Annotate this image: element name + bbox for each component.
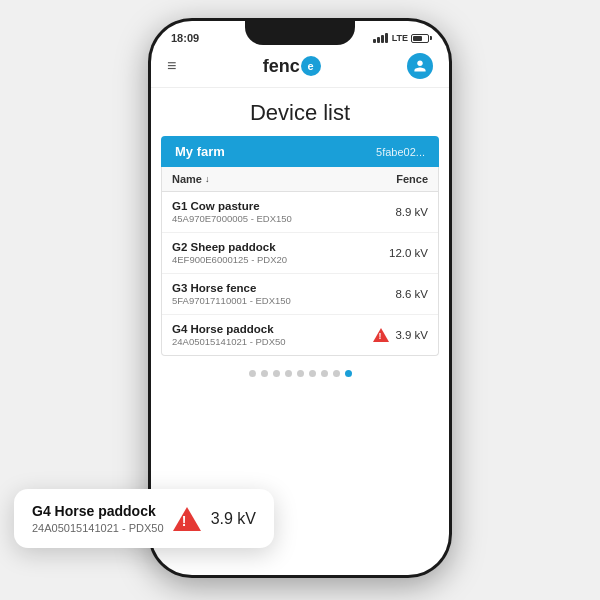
farm-name: My farm: [175, 144, 225, 159]
logo-text: fenc: [263, 56, 300, 77]
device-info: G1 Cow pasture45A970E7000005 - EDX150: [172, 200, 292, 224]
app-header: ≡ fenc: [151, 49, 449, 88]
table-row[interactable]: G3 Horse fence5FA97017110001 - EDX1508.6…: [162, 274, 438, 315]
status-time: 18:09: [171, 32, 199, 44]
card-device-sub: 24A05015141021 - PDX50: [32, 522, 164, 534]
device-right: 3.9 kV: [373, 328, 428, 342]
farm-id: 5fabe02...: [376, 146, 425, 158]
device-sub: 45A970E7000005 - EDX150: [172, 213, 292, 224]
device-sub: 24A05015141021 - PDX50: [172, 336, 286, 347]
status-icons: LTE: [373, 33, 429, 43]
page-title: Device list: [151, 88, 449, 136]
pagination-dot[interactable]: [261, 370, 268, 377]
table-row[interactable]: G4 Horse paddock24A05015141021 - PDX503.…: [162, 315, 438, 355]
table-header: Name ↓ Fence: [162, 167, 438, 192]
notch: [245, 21, 355, 45]
device-name: G3 Horse fence: [172, 282, 291, 294]
farm-header: My farm 5fabe02...: [161, 136, 439, 167]
col-name-header: Name ↓: [172, 173, 209, 185]
device-info: G4 Horse paddock24A05015141021 - PDX50: [172, 323, 286, 347]
card-right: 3.9 kV: [173, 507, 256, 531]
pagination-dot[interactable]: [345, 370, 352, 377]
battery-icon: [411, 34, 429, 43]
pagination-dot[interactable]: [285, 370, 292, 377]
device-right: 12.0 kV: [389, 247, 428, 259]
device-right: 8.6 kV: [395, 288, 428, 300]
device-name: G4 Horse paddock: [172, 323, 286, 335]
pagination-dot[interactable]: [273, 370, 280, 377]
card-device-name: G4 Horse paddock: [32, 503, 164, 519]
battery-fill: [413, 36, 422, 41]
device-sub: 5FA97017110001 - EDX150: [172, 295, 291, 306]
device-right: 8.9 kV: [395, 206, 428, 218]
col-fence-header: Fence: [396, 173, 428, 185]
device-info: G2 Sheep paddock4EF900E6000125 - PDX20: [172, 241, 287, 265]
warning-triangle-large-icon: [173, 507, 201, 531]
avatar-icon[interactable]: [407, 53, 433, 79]
pagination-dots: [151, 356, 449, 387]
fence-value: 8.6 kV: [395, 288, 428, 300]
card-fence-value: 3.9 kV: [211, 510, 256, 528]
device-rows: G1 Cow pasture45A970E7000005 - EDX1508.9…: [162, 192, 438, 355]
device-name: G2 Sheep paddock: [172, 241, 287, 253]
pagination-dot[interactable]: [333, 370, 340, 377]
sort-arrow-icon[interactable]: ↓: [205, 174, 210, 184]
pagination-dot[interactable]: [321, 370, 328, 377]
app-logo: fenc: [263, 56, 321, 77]
fence-value: 12.0 kV: [389, 247, 428, 259]
floating-card[interactable]: G4 Horse paddock 24A05015141021 - PDX50 …: [14, 489, 274, 548]
hamburger-icon[interactable]: ≡: [167, 57, 176, 75]
fence-value: 3.9 kV: [395, 329, 428, 341]
table-row[interactable]: G2 Sheep paddock4EF900E6000125 - PDX2012…: [162, 233, 438, 274]
pagination-dot[interactable]: [297, 370, 304, 377]
scene: 18:09 LTE ≡ fe: [0, 0, 600, 600]
device-name: G1 Cow pasture: [172, 200, 292, 212]
device-sub: 4EF900E6000125 - PDX20: [172, 254, 287, 265]
pagination-dot[interactable]: [309, 370, 316, 377]
fence-value: 8.9 kV: [395, 206, 428, 218]
device-info: G3 Horse fence5FA97017110001 - EDX150: [172, 282, 291, 306]
signal-bars-icon: [373, 33, 388, 43]
network-type: LTE: [392, 33, 408, 43]
table-row[interactable]: G1 Cow pasture45A970E7000005 - EDX1508.9…: [162, 192, 438, 233]
logo-circle: [301, 56, 321, 76]
card-info: G4 Horse paddock 24A05015141021 - PDX50: [32, 503, 164, 534]
device-table: Name ↓ Fence G1 Cow pasture45A970E700000…: [161, 167, 439, 356]
pagination-dot[interactable]: [249, 370, 256, 377]
warning-icon: [373, 328, 389, 342]
